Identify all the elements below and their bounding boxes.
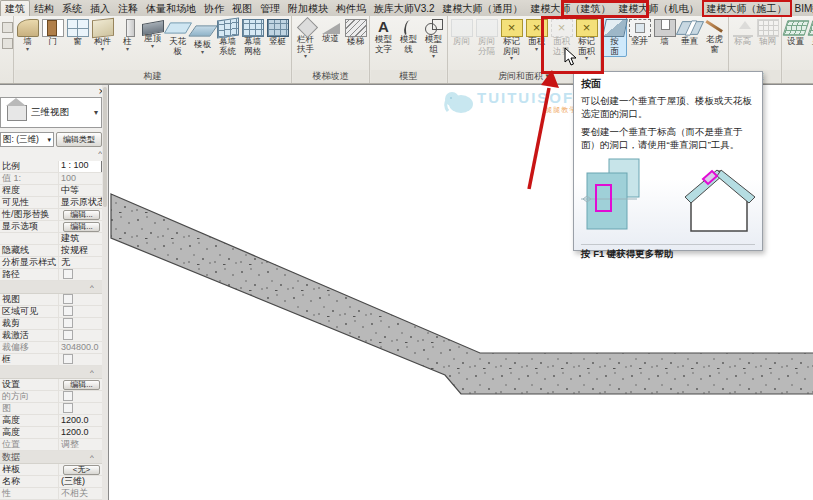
collapse-icon[interactable]: ^ <box>90 283 94 292</box>
property-section-header[interactable]: ^ <box>0 281 102 294</box>
room-icon <box>451 19 473 37</box>
property-value-input[interactable]: 1 : 100 <box>58 161 102 173</box>
ribbon-tab-协作[interactable]: 协作 <box>200 1 228 16</box>
area-boundary-icon <box>551 19 573 37</box>
property-value[interactable]: 1200.0 <box>58 415 102 426</box>
property-checkbox[interactable] <box>63 269 73 279</box>
property-value[interactable]: 建筑 <box>58 233 102 244</box>
ribbon-button-label: 标记 面积 <box>578 37 595 56</box>
ribbon-tab-建模大师（施工）[interactable]: 建模大师（施工） <box>703 1 791 16</box>
ribbon-button-模型组[interactable]: 模型 组▾ <box>421 16 446 60</box>
ribbon-button-label: 门 <box>48 37 57 47</box>
ribbon-button-模型文字[interactable]: 模型 文字 <box>371 16 396 55</box>
ribbon-button-幕墙网格[interactable]: 幕墙 网格 <box>240 16 265 57</box>
property-value[interactable]: 按规程 <box>58 245 102 256</box>
ribbon-tab-系统[interactable]: 系统 <box>58 1 86 16</box>
ribbon-tab-注释[interactable]: 注释 <box>114 1 142 16</box>
ribbon-button-label: 模型 组 <box>425 35 442 54</box>
collapse-icon[interactable]: ^ <box>90 368 94 377</box>
ribbon-button-老虎窗[interactable]: 老虎窗 <box>702 16 727 55</box>
ribbon-tab-族库大师V3.2[interactable]: 族库大师V3.2 <box>370 1 439 16</box>
property-row: 裁剪 <box>0 318 102 330</box>
property-value[interactable]: (三维) <box>58 476 102 487</box>
property-value[interactable]: 100 <box>58 173 102 184</box>
property-value[interactable]: 无 <box>58 257 102 268</box>
view-filter-dropdown[interactable]: ▾图: (三维) <box>0 132 54 147</box>
ribbon-button-垂直[interactable]: 垂直 <box>677 16 702 48</box>
ribbon-button-模型线[interactable]: 模型 线 <box>396 16 421 55</box>
ribbon-tab-插入[interactable]: 插入 <box>86 1 114 16</box>
partial-icon <box>2 38 13 49</box>
property-row: 性/图形替换编辑... <box>0 209 102 221</box>
property-value[interactable]: 显示原状态 <box>58 197 102 208</box>
ribbon-tab-建筑[interactable]: 建筑 <box>0 0 30 16</box>
ribbon-tab-附加模块[interactable]: 附加模块 <box>284 1 332 16</box>
ribbon-button-设置[interactable]: 设置 <box>783 16 808 48</box>
watermark-subtext: 腿腿教学网 <box>477 105 585 115</box>
ribbon-tab-管理[interactable]: 管理 <box>256 1 284 16</box>
property-value[interactable]: 中等 <box>58 185 102 196</box>
type-selector[interactable]: 三维视图 ▾ <box>0 97 102 128</box>
property-value[interactable]: 304800.0 <box>58 342 102 353</box>
ribbon-button-门[interactable]: 门 <box>40 16 65 48</box>
property-value: <无> <box>58 464 102 475</box>
ribbon-button-楼梯[interactable]: 楼梯 <box>343 16 368 48</box>
property-checkbox[interactable] <box>63 403 73 413</box>
property-grid: 比例1 : 100值 1:100程度中等可见性显示原状态性/图形替换编辑...显… <box>0 161 102 500</box>
ribbon-button-面积[interactable]: 面积▾ <box>524 16 549 53</box>
ribbon-button-天花板[interactable]: 天花板 <box>165 16 190 57</box>
property-checkbox[interactable] <box>63 330 73 340</box>
property-label: 样板 <box>0 464 58 476</box>
collapse-icon[interactable]: ^ <box>90 453 94 462</box>
property-checkbox[interactable] <box>63 354 73 364</box>
ribbon-button-竖井[interactable]: 竖井 <box>627 16 652 48</box>
ribbon-tab-建模大师（通用）[interactable]: 建模大师（通用） <box>439 1 527 16</box>
ribbon-button-屋顶[interactable]: 屋顶▾ <box>140 16 165 50</box>
ribbon-button-按面[interactable]: 按 面 <box>602 16 627 57</box>
ribbon-tab-建模大师（机电）[interactable]: 建模大师（机电） <box>615 1 703 16</box>
ribbon-button-墙[interactable]: 墙 <box>652 16 677 48</box>
palette-scrollbar[interactable] <box>102 85 108 500</box>
properties-palette: × 三维视图 ▾ ▾图: (三维) 编辑类型 ^ 比例1 : 100值 1:10… <box>0 84 108 500</box>
ribbon-tab-BIM数据库[interactable]: BIM数据库 <box>791 1 813 16</box>
property-checkbox[interactable] <box>63 318 73 328</box>
ribbon-button-楼板[interactable]: 楼板▾ <box>190 16 215 56</box>
ribbon-tab-建模大师（建筑）[interactable]: 建模大师（建筑） <box>527 1 615 16</box>
ribbon-tab-构件坞[interactable]: 构件坞 <box>332 1 370 16</box>
property-edit-button[interactable]: 编辑... <box>63 380 100 390</box>
property-checkbox[interactable] <box>63 391 73 401</box>
ribbon-button-竖梃[interactable]: 竖梃 <box>265 16 290 48</box>
ribbon-tab-视图[interactable]: 视图 <box>228 1 256 16</box>
ribbon-button-label: 窗 <box>73 37 82 47</box>
ribbon-button-构件[interactable]: 构件▾ <box>90 16 115 53</box>
property-edit-button[interactable]: <无> <box>63 465 100 475</box>
property-label: 框 <box>0 354 58 366</box>
property-value[interactable]: 不相关 <box>58 488 102 499</box>
ribbon-tab-结构[interactable]: 结构 <box>30 1 58 16</box>
property-label: 图 <box>0 403 58 415</box>
property-value[interactable]: 1200.0 <box>58 427 102 438</box>
ribbon-button-坡道[interactable]: 坡道 <box>318 16 343 45</box>
edit-type-button[interactable]: 编辑类型 <box>56 132 102 147</box>
partial-modify-panel <box>0 16 14 83</box>
ribbon-button-幕墙系统[interactable]: 幕墙 系统 <box>215 16 240 57</box>
ribbon-button-标记面积[interactable]: 标记 面积▾ <box>574 16 599 62</box>
ribbon-button-label: 设置 <box>787 37 804 47</box>
property-checkbox[interactable] <box>63 306 73 316</box>
property-value <box>58 269 102 280</box>
ribbon-button-墙[interactable]: 墙▾ <box>15 16 40 53</box>
ribbon-tab-体量和场地[interactable]: 体量和场地 <box>142 1 200 16</box>
property-edit-button[interactable]: 编辑... <box>63 210 100 220</box>
ribbon-button-柱[interactable]: 柱▾ <box>115 16 140 53</box>
ribbon-button-窗[interactable]: 窗 <box>65 16 90 48</box>
tag-room-icon <box>501 19 523 37</box>
property-edit-button[interactable]: 编辑... <box>63 222 100 232</box>
property-row: 隐藏线按规程 <box>0 245 102 257</box>
tooltip-footer: 按 F1 键获得更多帮助 <box>581 244 755 261</box>
ribbon-button-栏杆扶手[interactable]: 栏杆 扶手▾ <box>293 16 318 60</box>
property-section-header[interactable]: ^ <box>0 366 102 379</box>
property-section-header[interactable]: 数据^ <box>0 451 102 464</box>
property-value[interactable]: 调整 <box>58 439 102 450</box>
property-checkbox[interactable] <box>63 294 73 304</box>
ribbon-button-标记房间[interactable]: 标记 房间▾ <box>499 16 524 62</box>
